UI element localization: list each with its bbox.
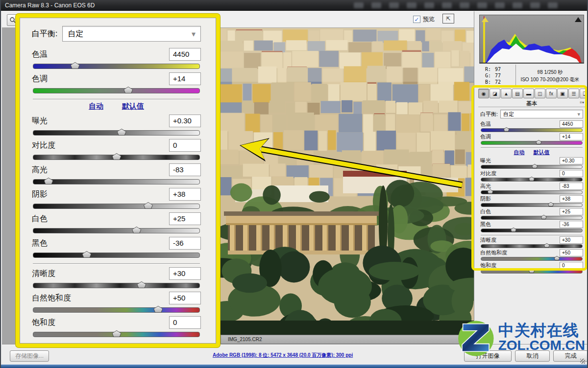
highlights-slider-zoomed[interactable]: [33, 179, 200, 184]
open-image-button[interactable]: 打开图像: [464, 350, 512, 362]
saturation-slider-thumb-zoomed[interactable]: [112, 330, 122, 337]
divider: [33, 263, 200, 264]
exposure-slider-thumb[interactable]: [532, 164, 538, 168]
vibrance-slider-thumb-zoomed[interactable]: [153, 306, 163, 313]
tab-presets-icon[interactable]: ☰: [568, 89, 579, 98]
vibrance-value-field[interactable]: +50: [560, 249, 583, 256]
panel-menu-icon[interactable]: ≡▾: [580, 100, 584, 105]
highlights-slider-thumb[interactable]: [488, 189, 493, 194]
shadows-value-field[interactable]: +38: [560, 195, 583, 203]
preview-checkbox[interactable]: ✓: [413, 16, 420, 23]
basic-panel-controls: 白平衡:自定▾色温4450色调+14自动默认值曝光+0.30对比度0高光-83阴…: [480, 108, 583, 274]
shadows-slider[interactable]: [481, 203, 583, 207]
temperature-value-field-zoomed[interactable]: 4450: [169, 48, 201, 61]
exposure-slider[interactable]: [481, 165, 583, 169]
vibrance-value-field-zoomed[interactable]: +50: [169, 292, 201, 304]
tab-tone-curve-icon[interactable]: ◪: [490, 89, 500, 98]
clarity-value-field-zoomed[interactable]: +30: [169, 267, 201, 280]
clarity-slider-thumb-zoomed[interactable]: [137, 281, 146, 288]
shadow-clipping-indicator[interactable]: [482, 17, 489, 22]
temperature-slider-zoomed[interactable]: [33, 64, 200, 69]
contrast-slider-thumb[interactable]: [529, 177, 535, 181]
whites-slider[interactable]: [481, 216, 583, 220]
tab-detail-icon[interactable]: ▲: [501, 89, 512, 98]
blacks-label: 黑色: [32, 238, 48, 249]
auto-link-zoomed[interactable]: 自动: [89, 102, 103, 111]
vibrance-label: 自然饱和度: [32, 293, 71, 303]
saturation-value-field[interactable]: 0: [560, 262, 583, 269]
shadows-slider-thumb[interactable]: [548, 202, 554, 207]
blurred-toolbar-ghost: [354, 2, 558, 8]
photo-preview[interactable]: [220, 28, 474, 335]
tint-slider-thumb-zoomed[interactable]: [123, 87, 133, 93]
resize-grip[interactable]: [580, 359, 585, 364]
tint-slider[interactable]: [481, 141, 583, 145]
vibrance-slider-zoomed[interactable]: [33, 307, 200, 313]
tab-lens-corrections-icon[interactable]: ◫: [535, 89, 545, 98]
auto-link[interactable]: 自动: [514, 149, 525, 156]
save-image-button[interactable]: 存储图像...: [10, 350, 49, 362]
clarity-slider[interactable]: [481, 244, 583, 248]
shadows-value-field-zoomed[interactable]: +38: [169, 188, 201, 201]
whites-slider-thumb-zoomed[interactable]: [132, 227, 141, 233]
highlights-value-field[interactable]: -83: [560, 183, 583, 190]
vibrance-slider-thumb[interactable]: [554, 256, 560, 260]
defaults-link[interactable]: 默认值: [534, 149, 550, 156]
highlight-clipping-indicator[interactable]: [575, 17, 582, 22]
blacks-slider-thumb[interactable]: [511, 228, 516, 232]
cancel-button[interactable]: 取消: [515, 350, 550, 362]
whites-value-field-zoomed[interactable]: +25: [169, 212, 201, 225]
white-balance-dropdown-zoomed[interactable]: 自定▾: [62, 26, 201, 42]
tint-value-field[interactable]: +14: [560, 133, 583, 140]
exposure-slider-thumb-zoomed[interactable]: [117, 129, 126, 136]
highlights-slider[interactable]: [481, 190, 583, 194]
temperature-slider-thumb[interactable]: [504, 127, 510, 132]
contrast-slider-thumb-zoomed[interactable]: [112, 153, 122, 160]
vibrance-slider[interactable]: [481, 257, 583, 261]
tab-basic-icon[interactable]: ◉: [478, 89, 489, 98]
saturation-value-field-zoomed[interactable]: 0: [169, 316, 201, 329]
tint-value-field-zoomed[interactable]: +14: [169, 72, 201, 85]
temperature-slider-thumb-zoomed[interactable]: [71, 62, 80, 69]
whites-slider-zoomed[interactable]: [33, 228, 200, 233]
tint-slider-thumb[interactable]: [536, 140, 541, 144]
clarity-slider-thumb[interactable]: [544, 243, 550, 248]
tab-snapshots-icon[interactable]: ❏: [580, 89, 588, 98]
contrast-slider-zoomed[interactable]: [33, 155, 200, 160]
white-balance-dropdown[interactable]: 自定▾: [500, 110, 583, 118]
blacks-value-field[interactable]: -36: [560, 221, 583, 228]
slider-row-exposure-zoomed: 曝光+0.30: [32, 114, 201, 136]
whites-value-field[interactable]: +25: [560, 208, 583, 215]
blacks-slider-thumb-zoomed[interactable]: [82, 251, 91, 258]
exposure-value-field[interactable]: +0.30: [560, 157, 583, 164]
tab-effects-icon[interactable]: fx: [546, 89, 557, 98]
shadows-slider-thumb-zoomed[interactable]: [144, 202, 153, 209]
blacks-slider-zoomed[interactable]: [33, 253, 200, 258]
contrast-slider[interactable]: [481, 178, 583, 182]
workflow-options-link[interactable]: Adobe RGB (1998): 8 位: 5472 x 3648 (20.0…: [213, 352, 353, 359]
toggle-fullscreen-button[interactable]: ⇱: [442, 14, 454, 23]
clarity-slider-zoomed[interactable]: [33, 283, 200, 288]
blacks-slider[interactable]: [481, 229, 583, 232]
saturation-slider-thumb[interactable]: [529, 269, 535, 273]
clarity-value-field[interactable]: +30: [560, 236, 583, 244]
temperature-value-field[interactable]: 4450: [560, 120, 583, 128]
blacks-value-field-zoomed[interactable]: -36: [169, 237, 201, 250]
saturation-slider-zoomed[interactable]: [33, 332, 200, 337]
contrast-value-field-zoomed[interactable]: 0: [169, 139, 201, 152]
highlights-value-field-zoomed[interactable]: -83: [169, 163, 201, 176]
defaults-link-zoomed[interactable]: 默认值: [122, 102, 144, 111]
tint-slider-zoomed[interactable]: [33, 88, 200, 93]
tab-split-toning-icon[interactable]: ▬: [523, 89, 534, 98]
saturation-slider[interactable]: [481, 270, 583, 274]
tab-hsl-grayscale-icon[interactable]: ▤: [512, 89, 523, 98]
exposure-value-field-zoomed[interactable]: +0.30: [169, 115, 201, 127]
highlights-slider-thumb-zoomed[interactable]: [44, 178, 53, 184]
exposure-slider-zoomed[interactable]: [33, 130, 200, 136]
shadows-slider-zoomed[interactable]: [33, 204, 200, 209]
contrast-value-field[interactable]: 0: [560, 170, 583, 177]
tab-camera-calibration-icon[interactable]: ▣: [557, 89, 568, 98]
histogram[interactable]: [479, 15, 584, 64]
temperature-slider[interactable]: [481, 128, 583, 132]
whites-slider-thumb[interactable]: [541, 215, 547, 219]
